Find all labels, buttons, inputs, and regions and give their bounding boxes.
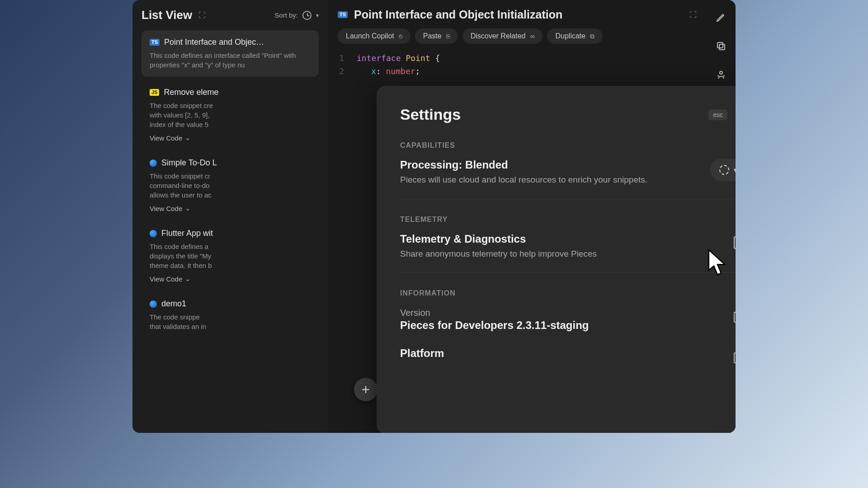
chevron-down-icon: ⌄ <box>185 275 191 283</box>
token-colon: : <box>376 66 381 76</box>
card-title-row: Simple To-Do L <box>150 158 311 168</box>
token-type: number <box>386 66 415 76</box>
edit-icon[interactable] <box>716 12 726 25</box>
version-label: Version <box>400 306 734 319</box>
chip-label: Duplicate <box>555 32 585 40</box>
setting-desc: Share anonymous telemetry to help improv… <box>400 248 734 260</box>
code-editor[interactable]: 1 interface Point { 2 x: number; <box>338 52 697 78</box>
view-code-toggle[interactable]: View Code ⌄ <box>150 275 311 283</box>
line-number: 1 <box>338 52 344 65</box>
duplicate-button[interactable]: Duplicate ⧉ <box>547 28 603 44</box>
setting-platform: Platform <box>400 347 736 362</box>
setting-text: Processing: Blended Pieces will use clou… <box>400 159 710 186</box>
main-header: TS Point Interface and Object Initializa… <box>338 8 697 21</box>
link-icon: ∞ <box>530 33 535 40</box>
code-line: 1 interface Point { <box>338 52 697 65</box>
fullscreen-icon[interactable]: ⛶ <box>689 11 697 19</box>
token-prop: x <box>371 66 376 76</box>
expand-icon[interactable]: ⛶ <box>198 11 206 19</box>
code-line: 2 x: number; <box>338 65 697 78</box>
dart-badge-icon <box>150 230 157 237</box>
card-desc: The code snippe that validates an in <box>150 312 311 331</box>
chevron-down-icon: ▾ <box>734 166 736 174</box>
line-number: 2 <box>338 65 344 78</box>
svg-point-2 <box>720 71 722 74</box>
close-icon[interactable] <box>734 108 736 121</box>
section-information: INFORMATION <box>400 289 736 297</box>
card-title: Simple To-Do L <box>161 158 217 168</box>
divider <box>400 272 736 273</box>
section-telemetry: TELEMETRY <box>400 216 736 224</box>
js-badge-icon: JS <box>150 89 159 96</box>
setting-text: Platform <box>400 347 734 362</box>
setting-telemetry: Telemetry & Diagnostics Share anonymous … <box>400 233 736 260</box>
setting-processing: Processing: Blended Pieces will use clou… <box>400 159 736 186</box>
discover-related-button[interactable]: Discover Related ∞ <box>462 28 543 44</box>
copy-version-button[interactable] <box>734 309 736 322</box>
divider <box>400 199 736 199</box>
ts-badge-icon: TS <box>338 11 348 18</box>
chevron-down-icon: ▾ <box>316 12 319 19</box>
sort-label: Sort by: <box>274 11 298 19</box>
ts-badge-icon: TS <box>150 39 160 46</box>
chip-label: Discover Related <box>471 32 526 40</box>
left-panel: List View ⛶ Sort by: ▾ TS Point Interfac… <box>132 0 328 433</box>
setting-title: Processing: Blended <box>400 159 710 171</box>
list-title-wrap: List View ⛶ <box>142 8 206 22</box>
app-window: List View ⛶ Sort by: ▾ TS Point Interfac… <box>132 0 736 433</box>
modal-title: Settings <box>400 106 461 123</box>
copy-icon: ⧉ <box>590 33 594 40</box>
dart-badge-icon <box>150 300 157 308</box>
list-item[interactable]: demo1 The code snippe that validates an … <box>142 294 319 337</box>
sort-control[interactable]: Sort by: ▾ <box>274 11 319 20</box>
list-item[interactable]: TS Point Interface and Objec… This code … <box>142 30 319 77</box>
processing-mode-selector[interactable]: ▾ <box>710 159 736 181</box>
modal-header: Settings esc <box>400 106 736 123</box>
setting-version: Version Pieces for Developers 2.3.11-sta… <box>400 306 736 334</box>
view-code-toggle[interactable]: View Code ⌄ <box>150 204 311 212</box>
copy-platform-button[interactable] <box>734 350 736 362</box>
setting-text: Version Pieces for Developers 2.3.11-sta… <box>400 306 734 334</box>
list-item[interactable]: Simple To-Do L This code snippet cr comm… <box>142 153 319 218</box>
card-title-row: TS Point Interface and Objec… <box>150 38 311 47</box>
add-button[interactable]: + <box>354 378 377 401</box>
telemetry-checkbox[interactable] <box>734 236 736 249</box>
list-view-title: List View <box>142 8 192 22</box>
token-semi: ; <box>415 66 420 76</box>
card-desc: The code snippet cre with values [2, 5, … <box>150 101 311 129</box>
copilot-icon: ⎋ <box>399 33 402 40</box>
card-title-row: JS Remove eleme <box>150 88 311 97</box>
platform-label: Platform <box>400 347 734 360</box>
copy-icon[interactable] <box>716 41 726 54</box>
list-header: List View ⛶ Sort by: ▾ <box>142 8 319 22</box>
dart-badge-icon <box>150 160 157 167</box>
list-item[interactable]: Flutter App wit This code defines a disp… <box>142 223 319 288</box>
settings-modal: Settings esc CAPABILITIES Processing: Bl… <box>377 86 736 433</box>
share-link-icon[interactable] <box>716 70 726 83</box>
token-keyword: interface <box>357 53 401 63</box>
paste-button[interactable]: Paste ⎘ <box>415 28 458 44</box>
chip-label: Paste <box>423 32 442 40</box>
token-brace: { <box>435 53 440 63</box>
card-title: Remove eleme <box>164 88 218 97</box>
view-code-label: View Code <box>150 275 182 283</box>
card-title: Flutter App wit <box>161 229 213 238</box>
setting-desc: Pieces will use cloud and local resource… <box>400 174 710 186</box>
svg-rect-1 <box>717 42 723 48</box>
token-identifier: Point <box>406 53 430 63</box>
card-title: demo1 <box>161 299 186 309</box>
processing-icon <box>719 165 729 175</box>
svg-rect-0 <box>719 44 725 50</box>
list-item[interactable]: JS Remove eleme The code snippet cre wit… <box>142 82 319 147</box>
action-chips: Launch Copilot ⎋ Paste ⎘ Discover Relate… <box>338 28 697 44</box>
card-desc: This code defines a displays the title "… <box>150 242 311 270</box>
launch-copilot-button[interactable]: Launch Copilot ⎋ <box>338 28 410 44</box>
view-code-toggle[interactable]: View Code ⌄ <box>150 134 311 142</box>
clock-icon <box>302 11 311 20</box>
card-title-row: demo1 <box>150 299 311 309</box>
card-title-row: Flutter App wit <box>150 229 311 238</box>
version-value: Pieces for Developers 2.3.11-staging <box>400 319 734 332</box>
card-desc: This code snippet cr command-line to-do … <box>150 171 311 200</box>
chevron-down-icon: ⌄ <box>185 204 191 212</box>
section-capabilities: CAPABILITIES <box>400 141 736 150</box>
